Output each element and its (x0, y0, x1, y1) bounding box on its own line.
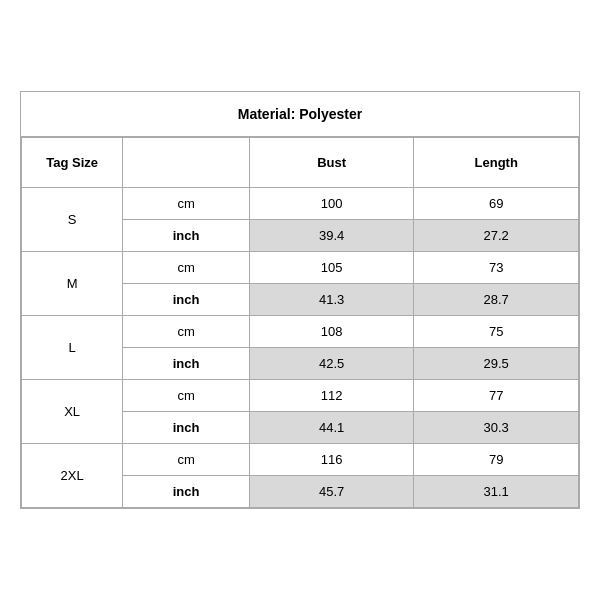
unit-cm: cm (123, 188, 250, 220)
table-row: XLcm11277 (22, 380, 579, 412)
size-chart-container: Material: Polyester Tag Size Bust Length… (20, 91, 580, 509)
length-cm: 77 (414, 380, 579, 412)
size-table: Tag Size Bust Length Scm10069inch39.427.… (21, 137, 579, 508)
tag-size-s: S (22, 188, 123, 252)
unit-inch: inch (123, 476, 250, 508)
bust-inch: 41.3 (249, 284, 414, 316)
unit-inch: inch (123, 412, 250, 444)
unit-inch: inch (123, 284, 250, 316)
bust-cm: 116 (249, 444, 414, 476)
length-cm: 73 (414, 252, 579, 284)
table-header-row: Tag Size Bust Length (22, 138, 579, 188)
header-bust: Bust (249, 138, 414, 188)
length-inch: 28.7 (414, 284, 579, 316)
length-inch: 29.5 (414, 348, 579, 380)
unit-inch: inch (123, 348, 250, 380)
tag-size-2xl: 2XL (22, 444, 123, 508)
bust-cm: 100 (249, 188, 414, 220)
length-inch: 27.2 (414, 220, 579, 252)
table-row: Lcm10875 (22, 316, 579, 348)
tag-size-m: M (22, 252, 123, 316)
bust-cm: 108 (249, 316, 414, 348)
unit-cm: cm (123, 380, 250, 412)
unit-cm: cm (123, 252, 250, 284)
tag-size-l: L (22, 316, 123, 380)
table-row: Scm10069 (22, 188, 579, 220)
table-row: 2XLcm11679 (22, 444, 579, 476)
bust-cm: 105 (249, 252, 414, 284)
table-row: Mcm10573 (22, 252, 579, 284)
header-unit-empty (123, 138, 250, 188)
bust-inch: 42.5 (249, 348, 414, 380)
bust-inch: 39.4 (249, 220, 414, 252)
unit-cm: cm (123, 444, 250, 476)
length-inch: 30.3 (414, 412, 579, 444)
unit-cm: cm (123, 316, 250, 348)
length-inch: 31.1 (414, 476, 579, 508)
tag-size-xl: XL (22, 380, 123, 444)
chart-title: Material: Polyester (21, 92, 579, 137)
header-length: Length (414, 138, 579, 188)
bust-inch: 44.1 (249, 412, 414, 444)
header-tag-size: Tag Size (22, 138, 123, 188)
length-cm: 69 (414, 188, 579, 220)
length-cm: 79 (414, 444, 579, 476)
bust-cm: 112 (249, 380, 414, 412)
length-cm: 75 (414, 316, 579, 348)
unit-inch: inch (123, 220, 250, 252)
bust-inch: 45.7 (249, 476, 414, 508)
